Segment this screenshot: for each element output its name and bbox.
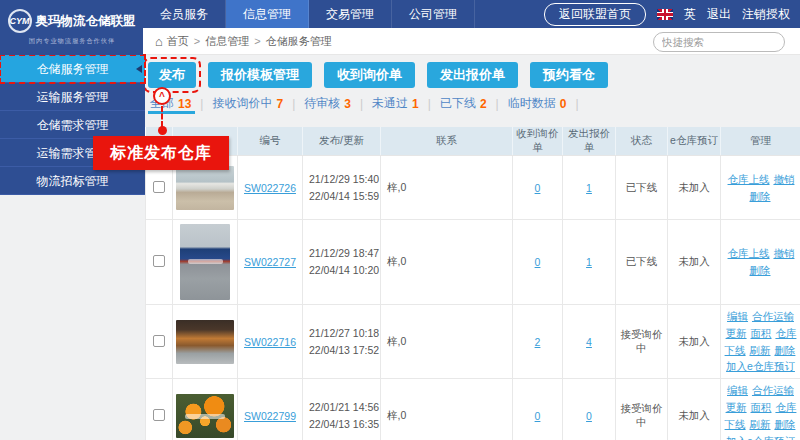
logo-title: 奥玛物流仓储联盟 xyxy=(36,13,136,30)
main-content: 发布 报价模板管理 收到询价单 发出报价单 预约看仓 全部13 | 接收询价中7… xyxy=(145,55,800,440)
nav-info-management[interactable]: 信息管理 xyxy=(226,0,309,28)
photo-watermark xyxy=(185,414,226,419)
quote-template-button[interactable]: 报价模板管理 xyxy=(208,62,312,88)
dates-cell: 21/12/29 15:40 22/04/14 15:59 xyxy=(303,156,381,220)
breadcrumb-home[interactable]: 首页 xyxy=(167,34,189,49)
row-checkbox[interactable] xyxy=(153,335,165,347)
quick-search-box xyxy=(653,32,785,52)
filter-separator: | xyxy=(360,97,363,111)
received-inquiries-link[interactable]: 2 xyxy=(535,336,541,348)
warehouse-photo[interactable] xyxy=(176,320,234,364)
updated-date: 22/04/13 16:35 xyxy=(309,416,380,433)
warehouse-id-link[interactable]: SW022799 xyxy=(244,410,296,422)
publish-button[interactable]: 发布 xyxy=(148,62,196,88)
status-cell: 已下线 xyxy=(616,220,668,305)
breadcrumb-info-management[interactable]: 信息管理 xyxy=(205,34,249,49)
filter-temp-data[interactable]: 临时数据 xyxy=(508,95,556,112)
main-nav: 会员服务 信息管理 交易管理 公司管理 xyxy=(143,0,475,28)
warehouse-photo[interactable] xyxy=(176,166,234,210)
warehouse-photo[interactable] xyxy=(180,224,230,300)
header-status: 状态 xyxy=(616,127,668,156)
action-refresh[interactable]: 刷新 xyxy=(750,418,771,430)
action-delete[interactable]: 删除 xyxy=(774,344,795,356)
breadcrumb-bar: ⌂ 首页 > 信息管理 > 仓储服务管理 xyxy=(143,28,800,55)
sidebar-item-logistics-tender[interactable]: 物流招标管理 xyxy=(0,167,145,195)
action-warehouse-online[interactable]: 仓库上线 xyxy=(728,173,770,185)
action-delete[interactable]: 删除 xyxy=(774,418,795,430)
action-join-ewarehouse[interactable]: 加入e仓库预订 xyxy=(726,435,795,440)
table-row: SW022799 22/01/21 14:56 22/04/13 16:35 梓… xyxy=(146,379,800,440)
status-cell: 接受询价中 xyxy=(616,305,668,379)
row-checkbox[interactable] xyxy=(153,181,165,193)
sent-quotes-link[interactable]: 1 xyxy=(586,182,592,194)
sent-quotes-link[interactable]: 1 xyxy=(586,256,592,268)
quick-search-input[interactable] xyxy=(662,36,797,48)
warehouse-photo[interactable] xyxy=(176,394,234,438)
back-to-alliance-home-button[interactable]: 返回联盟首页 xyxy=(544,3,646,26)
table-row: SW022716 21/12/27 10:18 22/04/13 17:52 梓… xyxy=(146,305,800,379)
filter-pending-review-count: 3 xyxy=(344,97,351,111)
nav-member-services[interactable]: 会员服务 xyxy=(143,0,226,28)
dates-cell: 21/12/27 10:18 22/04/13 17:52 xyxy=(303,305,381,379)
filter-separator: | xyxy=(292,97,295,111)
filter-separator: | xyxy=(200,97,203,111)
sidebar-item-transport-service[interactable]: 运输服务管理 xyxy=(0,83,145,111)
received-inquiries-link[interactable]: 0 xyxy=(535,410,541,422)
action-join-ewarehouse[interactable]: 加入e仓库预订 xyxy=(726,360,795,372)
received-inquiries-button[interactable]: 收到询价单 xyxy=(324,62,415,88)
breadcrumb-separator: > xyxy=(194,35,200,47)
filter-accepting-inquiry[interactable]: 接收询价中 xyxy=(212,95,272,112)
sent-quotes-button[interactable]: 发出报价单 xyxy=(427,62,518,88)
contact-cell: 梓,0 xyxy=(381,156,513,220)
action-update[interactable]: 更新 xyxy=(726,327,747,339)
header-id: 编号 xyxy=(238,127,303,156)
action-edit[interactable]: 编辑 xyxy=(727,384,748,396)
action-coop-transport[interactable]: 合作运输 xyxy=(752,310,794,322)
filter-rejected[interactable]: 未通过 xyxy=(372,95,408,112)
warehouse-id-link[interactable]: SW022727 xyxy=(244,256,296,268)
annotation-circle: ^ xyxy=(153,87,171,105)
action-update[interactable]: 更新 xyxy=(726,401,747,413)
row-checkbox[interactable] xyxy=(153,255,165,267)
filter-offline[interactable]: 已下线 xyxy=(440,95,476,112)
sent-quotes-link[interactable]: 0 xyxy=(586,410,592,422)
photo-watermark xyxy=(188,259,223,264)
header-sent: 发出报价单 xyxy=(563,127,616,156)
action-coop-transport[interactable]: 合作运输 xyxy=(752,384,794,396)
language-english-link[interactable]: 英 xyxy=(684,6,696,23)
updated-date: 22/04/14 15:59 xyxy=(309,188,380,205)
deauthorize-link[interactable]: 注销授权 xyxy=(742,6,790,23)
manage-cell: 仓库上线 撤销删除 xyxy=(721,220,800,305)
row-checkbox[interactable] xyxy=(153,409,165,421)
filter-pending-review[interactable]: 待审核 xyxy=(304,95,340,112)
contact-cell: 梓,0 xyxy=(381,305,513,379)
nav-trade-management[interactable]: 交易管理 xyxy=(309,0,392,28)
filter-tabs: 全部13 | 接收询价中7 | 待审核3 | 未通过1 | 已下线2 | 临时数… xyxy=(150,95,588,112)
nav-company-management[interactable]: 公司管理 xyxy=(392,0,475,28)
sidebar-item-warehouse-service[interactable]: 仓储服务管理 xyxy=(0,55,145,83)
action-area[interactable]: 面积 xyxy=(751,327,772,339)
filter-separator: | xyxy=(428,97,431,111)
ewarehouse-cell: 未加入 xyxy=(668,220,721,305)
received-inquiries-link[interactable]: 0 xyxy=(535,256,541,268)
action-area[interactable]: 面积 xyxy=(751,401,772,413)
table-row: SW022727 21/12/29 18:47 22/04/14 10:20 梓… xyxy=(146,220,800,305)
action-refresh[interactable]: 刷新 xyxy=(750,344,771,356)
uk-flag-icon[interactable] xyxy=(657,9,673,20)
action-edit[interactable]: 编辑 xyxy=(727,310,748,322)
dates-cell: 21/12/29 18:47 22/04/14 10:20 xyxy=(303,220,381,305)
breadcrumb-current-page: 仓储服务管理 xyxy=(266,34,332,49)
sidebar-item-warehouse-demand[interactable]: 仓储需求管理 xyxy=(0,111,145,139)
header-contact: 联系 xyxy=(381,127,513,156)
ewarehouse-cell: 未加入 xyxy=(668,156,721,220)
book-visit-button[interactable]: 预约看仓 xyxy=(530,62,608,88)
warehouse-id-link[interactable]: SW022726 xyxy=(244,182,296,194)
sent-quotes-link[interactable]: 4 xyxy=(586,336,592,348)
logo-tagline: 国内专业物流服务合作伙伴 xyxy=(28,37,114,46)
action-warehouse-online[interactable]: 仓库上线 xyxy=(728,247,770,259)
received-inquiries-link[interactable]: 0 xyxy=(535,182,541,194)
logout-link[interactable]: 退出 xyxy=(707,6,731,23)
filter-separator: | xyxy=(496,97,499,111)
warehouse-id-link[interactable]: SW022716 xyxy=(244,336,296,348)
published-date: 21/12/29 18:47 xyxy=(309,245,380,262)
